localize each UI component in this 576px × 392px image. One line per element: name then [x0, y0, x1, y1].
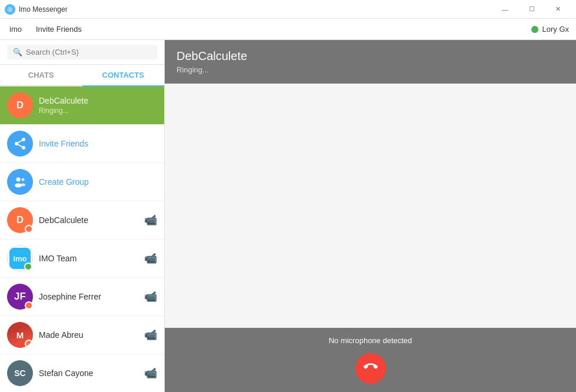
list-item[interactable]: D DebCalculete 📹: [0, 201, 164, 240]
create-group-item[interactable]: Create Group: [0, 163, 164, 201]
contact-name: DebCalculete: [39, 96, 157, 105]
contact-info: Josephine Ferrer: [39, 292, 139, 301]
contact-name: IMO Team: [39, 254, 139, 263]
avatar: D: [7, 92, 33, 118]
avatar-badge: [25, 225, 33, 233]
video-call-icon[interactable]: 📹: [144, 214, 157, 227]
menubar: imo Invite Friends Lory Gx: [0, 19, 576, 40]
list-item[interactable]: SC Stefan Cayone 📹: [0, 354, 164, 392]
no-mic-text: No microphone detected: [329, 336, 412, 345]
window-controls: — ☐ ✕: [492, 0, 571, 19]
avatar-badge: [25, 340, 33, 348]
contact-name: Stefan Cayone: [39, 368, 139, 378]
svg-point-7: [16, 178, 21, 182]
avatar: SC: [7, 360, 33, 386]
chat-body: [165, 84, 576, 328]
titlebar: i Imo Messenger — ☐ ✕: [0, 0, 576, 19]
main-layout: 🔍 CHATS CONTACTS D DebCalculete Ringing.…: [0, 40, 576, 392]
maximize-button[interactable]: ☐: [518, 0, 545, 19]
tab-chats[interactable]: CHATS: [0, 65, 82, 85]
app-logo: i: [5, 4, 15, 15]
avatar-badge: [24, 263, 32, 271]
contact-info: Made Abreu: [39, 330, 139, 340]
invite-friends-icon: [7, 131, 33, 157]
list-item[interactable]: imo IMO Team 📹: [0, 240, 164, 278]
contact-list: D DebCalculete Ringing...: [0, 87, 164, 392]
svg-line-6: [16, 144, 24, 148]
search-bar: 🔍: [0, 40, 164, 65]
contact-info: DebCalculete Ringing...: [39, 96, 157, 115]
chat-area: DebCalculete Ringing... No microphone de…: [165, 40, 576, 392]
svg-point-10: [21, 184, 25, 187]
chat-status: Ringing...: [177, 65, 564, 74]
close-button[interactable]: ✕: [545, 0, 571, 19]
invite-friends-item[interactable]: Invite Friends: [0, 125, 164, 163]
invite-friends-label: Invite Friends: [39, 139, 88, 148]
menubar-right: Lory Gx: [531, 25, 569, 34]
search-input[interactable]: [26, 48, 151, 57]
search-input-wrap: 🔍: [7, 45, 157, 59]
avatar-badge: [25, 301, 33, 310]
search-icon: 🔍: [13, 48, 22, 57]
menu-item-invite[interactable]: Invite Friends: [34, 22, 84, 36]
svg-text:i: i: [9, 8, 11, 12]
contact-info: DebCalculete: [39, 215, 139, 225]
chat-header: DebCalculete Ringing...: [165, 40, 576, 84]
menu-item-imo[interactable]: imo: [7, 22, 24, 36]
chat-footer: No microphone detected: [165, 328, 576, 392]
user-status-dot: [531, 26, 538, 33]
svg-line-5: [16, 139, 24, 144]
list-item[interactable]: M Made Abreu 📹: [0, 316, 164, 354]
minimize-button[interactable]: —: [492, 0, 518, 19]
tabs: CHATS CONTACTS: [0, 65, 164, 87]
list-item[interactable]: D DebCalculete Ringing...: [0, 87, 164, 125]
user-name: Lory Gx: [542, 25, 569, 34]
titlebar-left: i Imo Messenger: [5, 4, 68, 15]
video-call-icon[interactable]: 📹: [144, 290, 157, 303]
sidebar: 🔍 CHATS CONTACTS D DebCalculete Ringing.…: [0, 40, 165, 392]
create-group-label: Create Group: [39, 177, 89, 187]
menubar-left: imo Invite Friends: [7, 22, 84, 36]
svg-point-9: [22, 178, 25, 181]
contact-status: Ringing...: [39, 107, 157, 115]
end-call-icon: [364, 360, 378, 377]
avatar: JF: [7, 284, 33, 310]
avatar: imo: [7, 245, 33, 271]
tab-contacts[interactable]: CONTACTS: [82, 65, 165, 87]
contact-info: Stefan Cayone: [39, 368, 139, 378]
app-title: Imo Messenger: [19, 5, 68, 14]
video-call-icon[interactable]: 📹: [144, 367, 157, 380]
create-group-icon: [7, 169, 33, 195]
end-call-button[interactable]: [355, 353, 386, 384]
list-item[interactable]: JF Josephine Ferrer 📹: [0, 278, 164, 316]
contact-name: Josephine Ferrer: [39, 292, 139, 301]
avatar: M: [7, 322, 33, 348]
avatar: D: [7, 207, 33, 233]
video-call-icon[interactable]: 📹: [144, 328, 157, 341]
contact-name: DebCalculete: [39, 215, 139, 225]
video-call-icon[interactable]: 📹: [144, 252, 157, 265]
chat-contact-name: DebCalculete: [177, 49, 564, 63]
contact-info: IMO Team: [39, 254, 139, 263]
svg-point-8: [15, 184, 22, 188]
contact-name: Made Abreu: [39, 330, 139, 340]
